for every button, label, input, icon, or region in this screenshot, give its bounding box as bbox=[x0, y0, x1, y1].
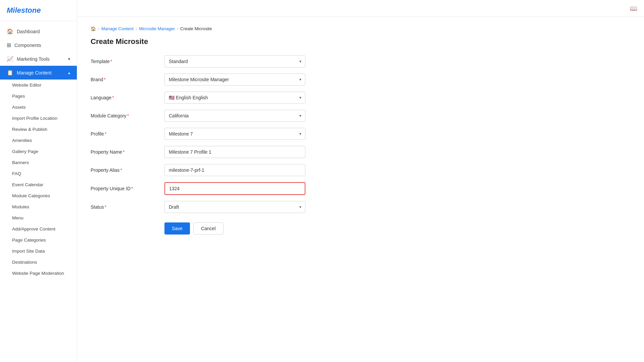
logo-text: Milestone bbox=[7, 6, 41, 14]
sub-item-label: Modules bbox=[12, 204, 29, 209]
sidebar-item-manage-content[interactable]: 📋 Manage Content ▴ bbox=[0, 66, 77, 80]
language-select[interactable]: 🇺🇸 English English 🇪🇸 Spanish Spanish bbox=[164, 92, 305, 104]
sub-item-label: Gallery Page bbox=[12, 149, 38, 154]
property-name-input[interactable] bbox=[164, 146, 305, 158]
status-field: Draft Published Archived ▾ bbox=[164, 201, 305, 213]
brand-select[interactable]: Milestone Microsite Manager Other Brand bbox=[164, 73, 305, 86]
sub-item-label: Destinations bbox=[12, 260, 37, 265]
sub-item-label: Menu bbox=[12, 215, 23, 220]
topbar: 📖 bbox=[77, 0, 644, 17]
breadcrumb-manage-content[interactable]: Manage Content bbox=[101, 26, 134, 31]
save-button[interactable]: Save bbox=[164, 222, 190, 235]
form-row-property-unique-id: Property Unique ID* bbox=[91, 182, 393, 195]
sidebar-item-components[interactable]: ⊞ Components bbox=[0, 38, 77, 52]
create-microsite-form: Template* Standard Advanced Basic ▾ Bran… bbox=[91, 55, 393, 235]
form-row-property-name: Property Name* bbox=[91, 146, 393, 158]
page-title: Create Microsite bbox=[91, 37, 631, 46]
status-label: Status* bbox=[91, 204, 158, 210]
property-unique-id-input[interactable] bbox=[164, 182, 305, 195]
sidebar-item-dashboard[interactable]: 🏠 Dashboard bbox=[0, 24, 77, 38]
sub-item-label: Amenities bbox=[12, 138, 32, 143]
content-area: 🏠 › Manage Content › Microsite Manager ›… bbox=[77, 17, 644, 362]
template-label: Template* bbox=[91, 59, 158, 64]
sidebar-item-import-profile-location[interactable]: Import Profile Location bbox=[0, 113, 77, 124]
profile-select[interactable]: Milestone 7 Milestone 8 bbox=[164, 128, 305, 140]
sub-item-label: Add/Approve Content bbox=[12, 226, 55, 231]
sidebar-item-import-site-data[interactable]: Import Site Data bbox=[0, 246, 77, 257]
status-select[interactable]: Draft Published Archived bbox=[164, 201, 305, 213]
sidebar-item-modules[interactable]: Modules bbox=[0, 201, 77, 212]
sub-item-label: Assets bbox=[12, 105, 26, 110]
module-category-select[interactable]: California Nevada Texas bbox=[164, 110, 305, 122]
sidebar-item-add-approve-content[interactable]: Add/Approve Content bbox=[0, 223, 77, 235]
template-select[interactable]: Standard Advanced Basic bbox=[164, 55, 305, 67]
sidebar-item-module-categories[interactable]: Module Categories bbox=[0, 190, 77, 201]
sidebar-item-amenities[interactable]: Amenities bbox=[0, 135, 77, 146]
sidebar-item-assets[interactable]: Assets bbox=[0, 102, 77, 113]
sub-item-label: Pages bbox=[12, 94, 25, 99]
book-open-icon[interactable]: 📖 bbox=[630, 5, 637, 12]
form-actions: Save Cancel bbox=[91, 222, 393, 235]
sub-item-label: Website Page Moderation bbox=[12, 271, 64, 276]
sidebar-item-page-categories[interactable]: Page Categories bbox=[0, 235, 77, 246]
sidebar-item-label: Dashboard bbox=[17, 29, 40, 34]
form-row-property-alias: Property Alias* bbox=[91, 164, 393, 176]
components-icon: ⊞ bbox=[7, 42, 11, 48]
cancel-button[interactable]: Cancel bbox=[193, 222, 224, 235]
property-unique-id-label: Property Unique ID* bbox=[91, 186, 158, 191]
property-name-label: Property Name* bbox=[91, 149, 158, 155]
sidebar: Milestone 🏠 Dashboard ⊞ Components 📈 Mar… bbox=[0, 0, 77, 362]
sidebar-item-label: Marketing Tools bbox=[17, 56, 50, 62]
home-icon[interactable]: 🏠 bbox=[91, 26, 96, 31]
sub-item-label: Review & Publish bbox=[12, 127, 47, 132]
breadcrumb-sep-2: › bbox=[136, 27, 137, 31]
form-row-template: Template* Standard Advanced Basic ▾ bbox=[91, 55, 393, 67]
property-name-field bbox=[164, 146, 305, 158]
chevron-up-icon: ▴ bbox=[68, 70, 70, 75]
sidebar-item-faq[interactable]: FAQ bbox=[0, 168, 77, 179]
breadcrumb: 🏠 › Manage Content › Microsite Manager ›… bbox=[91, 26, 631, 31]
form-row-status: Status* Draft Published Archived ▾ bbox=[91, 201, 393, 213]
sub-item-label: Page Categories bbox=[12, 238, 46, 243]
form-row-brand: Brand* Milestone Microsite Manager Other… bbox=[91, 73, 393, 86]
property-alias-label: Property Alias* bbox=[91, 167, 158, 173]
sidebar-item-review-publish[interactable]: Review & Publish bbox=[0, 124, 77, 135]
form-row-module-category: Module Category* California Nevada Texas… bbox=[91, 110, 393, 122]
template-field: Standard Advanced Basic ▾ bbox=[164, 55, 305, 67]
sub-item-label: Import Site Data bbox=[12, 249, 45, 254]
sidebar-item-pages[interactable]: Pages bbox=[0, 91, 77, 102]
sub-item-label: Event Calendar bbox=[12, 182, 43, 187]
logo: Milestone bbox=[0, 0, 77, 21]
brand-label: Brand* bbox=[91, 77, 158, 82]
sub-item-label: FAQ bbox=[12, 171, 21, 176]
sub-item-label: Website Editor bbox=[12, 83, 42, 88]
sidebar-nav: 🏠 Dashboard ⊞ Components 📈 Marketing Too… bbox=[0, 21, 77, 282]
sidebar-item-website-editor[interactable]: Website Editor bbox=[0, 80, 77, 91]
breadcrumb-sep-1: › bbox=[98, 27, 99, 31]
breadcrumb-current: Create Microsite bbox=[180, 26, 212, 31]
sidebar-item-banners[interactable]: Banners bbox=[0, 157, 77, 168]
sidebar-item-event-calendar[interactable]: Event Calendar bbox=[0, 179, 77, 190]
dashboard-icon: 🏠 bbox=[7, 28, 13, 35]
sidebar-item-website-page-moderation[interactable]: Website Page Moderation bbox=[0, 268, 77, 279]
breadcrumb-microsite-manager[interactable]: Microsite Manager bbox=[139, 26, 175, 31]
main-content: 📖 🏠 › Manage Content › Microsite Manager… bbox=[77, 0, 644, 362]
language-field: 🇺🇸 English English 🇪🇸 Spanish Spanish ▾ bbox=[164, 92, 305, 104]
form-row-language: Language* 🇺🇸 English English 🇪🇸 Spanish … bbox=[91, 92, 393, 104]
marketing-icon: 📈 bbox=[7, 56, 13, 62]
profile-label: Profile* bbox=[91, 131, 158, 137]
sidebar-item-marketing-tools[interactable]: 📈 Marketing Tools ▾ bbox=[0, 52, 77, 66]
property-alias-field bbox=[164, 164, 305, 176]
sub-item-label: Banners bbox=[12, 160, 29, 165]
manage-content-icon: 📋 bbox=[7, 69, 13, 76]
sidebar-item-gallery-page[interactable]: Gallery Page bbox=[0, 146, 77, 157]
form-row-profile: Profile* Milestone 7 Milestone 8 ▾ bbox=[91, 128, 393, 140]
property-alias-input[interactable] bbox=[164, 164, 305, 176]
chevron-down-icon: ▾ bbox=[68, 57, 70, 61]
property-unique-id-field bbox=[164, 182, 305, 195]
sidebar-item-menu[interactable]: Menu bbox=[0, 212, 77, 223]
language-label: Language* bbox=[91, 95, 158, 100]
sub-item-label: Module Categories bbox=[12, 193, 50, 198]
breadcrumb-sep-3: › bbox=[177, 27, 178, 31]
sidebar-item-destinations[interactable]: Destinations bbox=[0, 257, 77, 268]
